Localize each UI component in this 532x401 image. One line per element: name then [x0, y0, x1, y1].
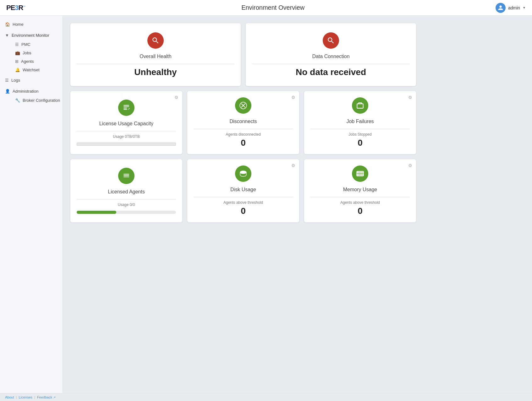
chevron-down-icon: ▼	[523, 6, 526, 9]
job-failures-icon-circle	[352, 97, 368, 114]
overall-health-divider	[77, 64, 234, 64]
disk-usage-divider	[194, 197, 293, 197]
card-licensed-agents: Licensed Agents Usage 0/0	[70, 159, 182, 222]
logo: PE3R™	[6, 4, 25, 12]
sidebar-item-broker-config-label: Broker Configuration	[23, 98, 60, 103]
middle-cards-row: ⚙ License Usage Capacity Usage 0TB/0TB ⚙	[70, 91, 416, 154]
sidebar-item-logs-label: Logs	[11, 78, 20, 83]
memory-usage-value: 0	[358, 206, 363, 216]
memory-usage-icon-circle	[352, 165, 368, 182]
agents-nav-icon: ⊞	[15, 59, 19, 64]
sidebar-item-agents[interactable]: ⊞ Agents	[10, 57, 63, 66]
memory-usage-gear-icon[interactable]: ⚙	[408, 163, 412, 168]
footer-licenses-link[interactable]: Licenses	[19, 395, 32, 399]
sidebar-item-jobs[interactable]: 💼 Jobs	[10, 49, 63, 57]
logs-icon: ☰	[5, 78, 9, 83]
search-icon	[151, 36, 160, 45]
footer: About | Licenses | Feedback ↗	[0, 393, 532, 401]
watchset-icon: 🔔	[15, 68, 20, 72]
disconnects-gear-icon[interactable]: ⚙	[291, 95, 295, 100]
top-cards-row: Overall Health Unhealthy Data Connection…	[70, 23, 416, 86]
sidebar-item-env-monitor-label: Environment Monitor	[12, 33, 49, 38]
sidebar-item-watchset-label: Watchset	[23, 68, 40, 72]
sidebar: 🏠 Home ▼ Environment Monitor ☰ PMC 💼 Job…	[0, 16, 63, 401]
license-usage-icon-circle	[118, 100, 134, 116]
jobs-icon: 💼	[15, 51, 20, 55]
overall-health-label: Overall Health	[140, 54, 171, 59]
footer-sep-2: |	[34, 395, 35, 399]
sidebar-item-pmc-label: PMC	[21, 42, 30, 47]
layout: 🏠 Home ▼ Environment Monitor ☰ PMC 💼 Job…	[0, 16, 532, 401]
logo-text: PE3R™	[6, 4, 25, 12]
pmc-icon: ☰	[15, 42, 19, 47]
license-usage-divider	[77, 131, 176, 131]
disconnects-value: 0	[241, 138, 246, 148]
person-icon	[498, 5, 503, 11]
disconnects-icon-circle	[235, 97, 251, 114]
sidebar-section-home: 🏠 Home	[0, 19, 63, 29]
memory-usage-divider	[310, 197, 410, 197]
user-menu[interactable]: admin ▼	[496, 3, 526, 13]
disk-usage-value: 0	[241, 206, 246, 216]
data-connection-search-icon	[327, 36, 335, 45]
user-avatar	[496, 3, 506, 13]
sidebar-section-env-monitor: ▼ Environment Monitor ☰ PMC 💼 Jobs ⊞ Age…	[0, 30, 63, 74]
license-usage-gear-icon[interactable]: ⚙	[174, 95, 178, 100]
external-link-icon: ↗	[53, 396, 56, 399]
licensed-agents-divider	[77, 199, 176, 199]
disconnects-divider	[194, 129, 293, 129]
disconnect-icon	[239, 101, 247, 110]
data-connection-divider	[252, 64, 410, 64]
card-overall-health: Overall Health Unhealthy	[70, 23, 241, 86]
card-disk-usage: ⚙ Disk Usage Agents above threshold 0	[187, 159, 299, 222]
overall-health-value: Unhealthy	[134, 67, 177, 77]
memory-icon	[356, 170, 364, 178]
disk-usage-sublabel: Agents above threshold	[223, 200, 263, 205]
data-connection-label: Data Connection	[312, 54, 349, 59]
licensed-agents-progress-container	[77, 211, 176, 214]
job-failures-label: Job Failures	[346, 119, 374, 124]
footer-about-link[interactable]: About	[5, 395, 14, 399]
job-failures-gear-icon[interactable]: ⚙	[408, 95, 412, 100]
sidebar-item-administration[interactable]: 👤 Administration	[0, 86, 63, 96]
sidebar-item-broker-config[interactable]: 🔧 Broker Configuration	[10, 96, 63, 105]
bottom-cards-row: Licensed Agents Usage 0/0 ⚙ Disk Usag	[70, 159, 416, 222]
data-connection-value: No data received	[296, 67, 366, 77]
disk-usage-gear-icon[interactable]: ⚙	[291, 163, 295, 168]
sidebar-item-home[interactable]: 🏠 Home	[0, 19, 63, 29]
memory-usage-label: Memory Usage	[343, 187, 377, 192]
data-connection-icon-circle	[323, 32, 339, 49]
sidebar-section-admin: 👤 Administration 🔧 Broker Configuration	[0, 86, 63, 105]
sidebar-item-pmc[interactable]: ☰ PMC	[10, 40, 63, 49]
briefcase-icon	[356, 101, 364, 110]
sidebar-item-administration-label: Administration	[13, 89, 38, 94]
license-icon	[122, 104, 130, 112]
agents-icon	[122, 172, 130, 180]
svg-point-2	[240, 171, 246, 174]
license-usage-label: License Usage Capacity	[99, 121, 154, 127]
footer-feedback-link[interactable]: Feedback ↗	[37, 395, 56, 399]
overall-health-icon-circle	[147, 32, 164, 49]
disk-usage-label: Disk Usage	[230, 187, 256, 192]
sidebar-item-home-label: Home	[13, 22, 24, 27]
sidebar-item-logs[interactable]: ☰ Logs	[0, 75, 63, 85]
licensed-agents-label: Licensed Agents	[108, 189, 145, 195]
memory-usage-sublabel: Agents above threshold	[340, 200, 380, 205]
job-failures-sublabel: Jobs Stopped	[348, 132, 371, 137]
home-icon: 🏠	[5, 22, 10, 27]
job-failures-divider	[310, 129, 410, 129]
disk-usage-icon-circle	[235, 165, 251, 182]
licensed-agents-icon-circle	[118, 168, 134, 184]
header: PE3R™ Environment Overview admin ▼	[0, 0, 532, 16]
sidebar-section-logs: ☰ Logs	[0, 75, 63, 85]
card-license-usage: ⚙ License Usage Capacity Usage 0TB/0TB	[70, 91, 182, 154]
sidebar-item-watchset[interactable]: 🔔 Watchset	[10, 66, 63, 74]
sidebar-item-jobs-label: Jobs	[23, 51, 31, 55]
sidebar-item-env-monitor[interactable]: ▼ Environment Monitor	[0, 30, 63, 40]
sidebar-item-agents-label: Agents	[21, 59, 34, 64]
job-failures-value: 0	[358, 138, 363, 148]
card-data-connection: Data Connection No data received	[246, 23, 416, 86]
license-usage-sublabel: Usage 0TB/0TB	[113, 134, 140, 139]
sidebar-sub-admin: 🔧 Broker Configuration	[0, 96, 63, 105]
env-monitor-icon: ▼	[5, 33, 9, 38]
